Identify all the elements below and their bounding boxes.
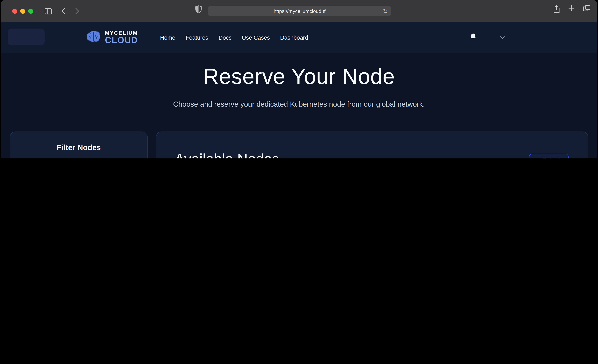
brain-logo-icon — [85, 30, 102, 45]
filter-panel: Filter Nodes CPU Cores 0 - 88 vCPU RAM (… — [10, 132, 148, 158]
nav-link-features[interactable]: Features — [186, 34, 208, 41]
nav-link-use-cases[interactable]: Use Cases — [242, 34, 270, 41]
content-row: Filter Nodes CPU Cores 0 - 88 vCPU RAM (… — [1, 132, 597, 158]
refresh-button[interactable]: ↻ Refresh — [529, 154, 569, 158]
nodes-header: Available Nodes 48 of 50 nodes — [174, 151, 569, 158]
account-chevron-down-icon[interactable] — [500, 34, 505, 41]
available-nodes-panel: Available Nodes 48 of 50 nodes ↻ Refresh… — [156, 132, 588, 158]
filter-heading: Filter Nodes — [23, 143, 135, 152]
browser-chrome: https://myceliumcloud.tf ↻ — [1, 0, 597, 22]
close-window-button[interactable] — [12, 9, 17, 14]
nodes-title: Available Nodes — [174, 151, 279, 158]
nav-link-home[interactable]: Home — [160, 34, 175, 41]
privacy-shield-icon[interactable] — [195, 5, 202, 15]
tab-overview-icon[interactable] — [583, 5, 590, 14]
forward-button-icon[interactable] — [71, 5, 83, 17]
brand-text: MYCELIUM CLOUD — [105, 30, 138, 45]
address-bar[interactable]: https://myceliumcloud.tf ↻ — [208, 6, 391, 16]
site-navbar: MYCELIUM CLOUD Home Features Docs Use Ca… — [1, 22, 597, 53]
screen: https://myceliumcloud.tf ↻ — [0, 0, 598, 158]
brand-name-bottom: CLOUD — [105, 36, 138, 45]
page-subtitle: Choose and reserve your dedicated Kubern… — [1, 100, 597, 109]
back-button-icon[interactable] — [58, 5, 69, 17]
navbar-placeholder-box — [8, 29, 45, 45]
minimize-window-button[interactable] — [20, 9, 25, 14]
share-icon[interactable] — [553, 5, 560, 14]
notifications-bell-icon[interactable] — [470, 33, 476, 42]
new-tab-icon[interactable] — [568, 5, 575, 14]
window-controls — [12, 9, 33, 14]
nav-link-dashboard[interactable]: Dashboard — [280, 34, 308, 41]
reload-icon[interactable]: ↻ — [383, 8, 388, 14]
sidebar-toggle-icon[interactable] — [42, 5, 54, 17]
browser-window: https://myceliumcloud.tf ↻ — [1, 0, 597, 158]
refresh-icon: ↻ — [536, 157, 540, 158]
nav-right — [470, 33, 505, 42]
brand-name-top: MYCELIUM — [105, 30, 138, 35]
address-bar-url: https://myceliumcloud.tf — [274, 8, 325, 14]
refresh-button-label: Refresh — [543, 157, 562, 158]
chrome-right-buttons — [553, 5, 590, 14]
brand-logo[interactable]: MYCELIUM CLOUD — [85, 30, 138, 45]
page: MYCELIUM CLOUD Home Features Docs Use Ca… — [1, 22, 597, 158]
nav-link-docs[interactable]: Docs — [219, 34, 232, 41]
zoom-window-button[interactable] — [28, 9, 33, 14]
page-title: Reserve Your Node — [1, 64, 597, 89]
nav-links: Home Features Docs Use Cases Dashboard — [160, 34, 308, 41]
